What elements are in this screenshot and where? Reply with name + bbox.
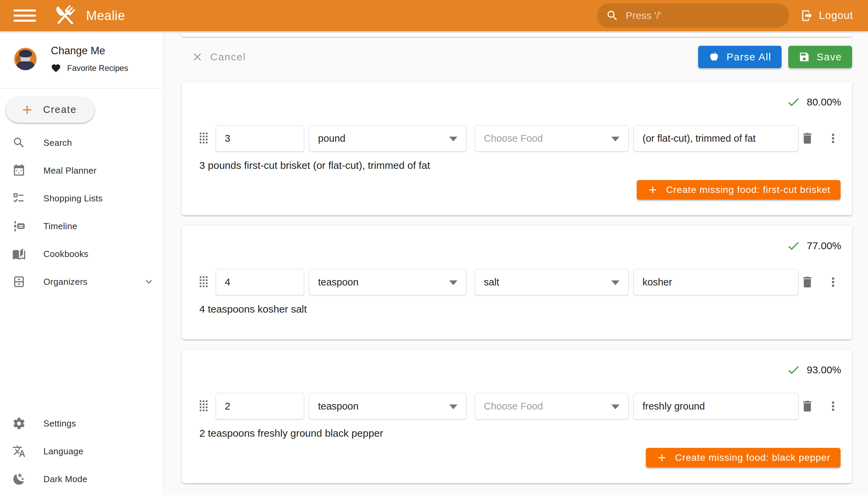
food-input[interactable] xyxy=(475,401,628,412)
food-select xyxy=(475,269,629,295)
caret-down-icon[interactable] xyxy=(611,405,619,409)
favorite-recipes-link[interactable]: Favorite Recipes xyxy=(51,63,128,73)
vertical-dots-icon xyxy=(826,275,840,289)
quantity-input[interactable] xyxy=(216,401,304,412)
sidebar-item-label: Settings xyxy=(44,419,76,429)
sidebar-item-search[interactable]: Search xyxy=(0,129,163,157)
sidebar-item-timeline[interactable]: Timeline xyxy=(0,212,163,240)
close-icon xyxy=(191,51,203,63)
unit-input[interactable] xyxy=(309,401,466,412)
delete-button[interactable] xyxy=(799,399,816,413)
create-missing-food-button[interactable]: Create missing food: first-cut brisket xyxy=(637,180,840,200)
vertical-dots-icon xyxy=(826,399,840,413)
user-block[interactable]: Change Me Favorite Recipes xyxy=(0,31,163,88)
food-input[interactable] xyxy=(475,277,628,288)
plus-icon xyxy=(656,452,668,463)
search-input[interactable] xyxy=(626,10,768,21)
quantity-field xyxy=(216,125,304,152)
delete-button[interactable] xyxy=(799,275,816,289)
delete-button[interactable] xyxy=(799,131,816,146)
trash-icon xyxy=(800,131,814,146)
sidebar-item-meal-planner[interactable]: Meal Planner xyxy=(0,157,163,185)
create-missing-food-button[interactable]: Create missing food: black pepper xyxy=(646,448,840,467)
quantity-field xyxy=(216,393,304,420)
drag-handle-icon[interactable] xyxy=(199,276,208,288)
quantity-input[interactable] xyxy=(216,133,304,144)
sidebar-item-shopping-lists[interactable]: Shopping Lists xyxy=(0,185,163,212)
quantity-input[interactable] xyxy=(216,277,304,288)
food-input[interactable] xyxy=(475,133,628,144)
scrolled-card-edge xyxy=(182,33,852,37)
more-options-button[interactable] xyxy=(825,131,841,146)
sidebar-item-dark-mode[interactable]: Dark Mode xyxy=(0,465,163,493)
more-options-button[interactable] xyxy=(825,275,841,289)
create-label: Create xyxy=(43,104,76,115)
sidebar-item-label: Timeline xyxy=(44,221,77,232)
food-select xyxy=(475,125,629,152)
note-field xyxy=(633,269,799,295)
unit-input[interactable] xyxy=(309,133,466,144)
original-ingredient-text: 3 pounds first-cut brisket (or flat-cut)… xyxy=(199,159,843,172)
note-input[interactable] xyxy=(634,401,798,412)
caret-down-icon[interactable] xyxy=(611,280,619,285)
favorite-recipes-label: Favorite Recipes xyxy=(67,63,128,73)
search-icon xyxy=(12,136,26,150)
trash-icon xyxy=(800,399,814,413)
more-options-button[interactable] xyxy=(825,399,841,413)
create-missing-food-label: Create missing food: black pepper xyxy=(675,452,830,463)
original-ingredient-text: 4 teaspoons kosher salt xyxy=(199,303,843,315)
search-input-pill[interactable] xyxy=(597,3,789,28)
drag-handle-icon[interactable] xyxy=(199,132,208,144)
note-input[interactable] xyxy=(634,133,798,144)
parse-all-button[interactable]: Parse All xyxy=(698,46,782,68)
sidebar-item-label: Shopping Lists xyxy=(44,193,103,204)
note-field xyxy=(633,125,799,152)
checklist-icon xyxy=(12,191,26,205)
cancel-label: Cancel xyxy=(210,51,246,63)
divider xyxy=(0,88,163,88)
sidebar-item-label: Cookbooks xyxy=(44,249,88,259)
parser-toolbar: Cancel Parse All Save xyxy=(182,46,852,68)
sidebar-item-settings[interactable]: Settings xyxy=(0,410,163,437)
sidebar-item-label: Organizers xyxy=(44,277,87,287)
create-button[interactable]: Create xyxy=(6,97,95,123)
confidence-row: 93.00% xyxy=(199,363,843,377)
caret-down-icon[interactable] xyxy=(449,280,457,285)
create-missing-food-label: Create missing food: first-cut brisket xyxy=(666,185,830,195)
plus-icon xyxy=(647,184,659,195)
translate-icon xyxy=(12,444,26,458)
drawer-icon xyxy=(12,275,26,289)
sidebar-item-cookbooks[interactable]: Cookbooks xyxy=(0,240,163,268)
caret-down-icon[interactable] xyxy=(449,405,457,409)
sidebar: Change Me Favorite Recipes Create Search xyxy=(0,31,164,495)
confidence-value: 77.00% xyxy=(806,240,841,252)
note-input[interactable] xyxy=(634,277,798,288)
unit-input[interactable] xyxy=(309,277,466,288)
sidebar-item-organizers[interactable]: Organizers xyxy=(0,268,163,296)
logout-button[interactable]: Logout xyxy=(801,9,853,22)
main-content: Cancel Parse All Save 80.00% xyxy=(164,31,868,495)
menu-icon[interactable] xyxy=(14,7,37,24)
save-button[interactable]: Save xyxy=(788,46,852,68)
chevron-down-icon[interactable] xyxy=(143,276,155,288)
vertical-dots-icon xyxy=(826,131,840,146)
app-title: Mealie xyxy=(86,8,125,23)
note-field xyxy=(633,393,799,420)
food-select xyxy=(475,393,629,420)
save-icon xyxy=(799,51,810,63)
confidence-row: 80.00% xyxy=(199,95,843,109)
sidebar-item-label: Dark Mode xyxy=(44,474,87,484)
caret-down-icon[interactable] xyxy=(449,137,457,141)
drag-handle-icon[interactable] xyxy=(199,400,208,412)
sidebar-item-language[interactable]: Language xyxy=(0,437,163,465)
confidence-value: 93.00% xyxy=(806,364,841,376)
plus-icon xyxy=(20,103,34,117)
sidebar-footer: Settings Language Dark Mode xyxy=(0,410,163,493)
quantity-field xyxy=(216,269,304,295)
cancel-button[interactable]: Cancel xyxy=(191,51,246,63)
moon-icon xyxy=(12,472,26,486)
logout-icon xyxy=(801,9,813,22)
sidebar-item-label: Search xyxy=(44,138,72,148)
caret-down-icon[interactable] xyxy=(611,137,619,141)
heart-icon xyxy=(51,63,61,73)
